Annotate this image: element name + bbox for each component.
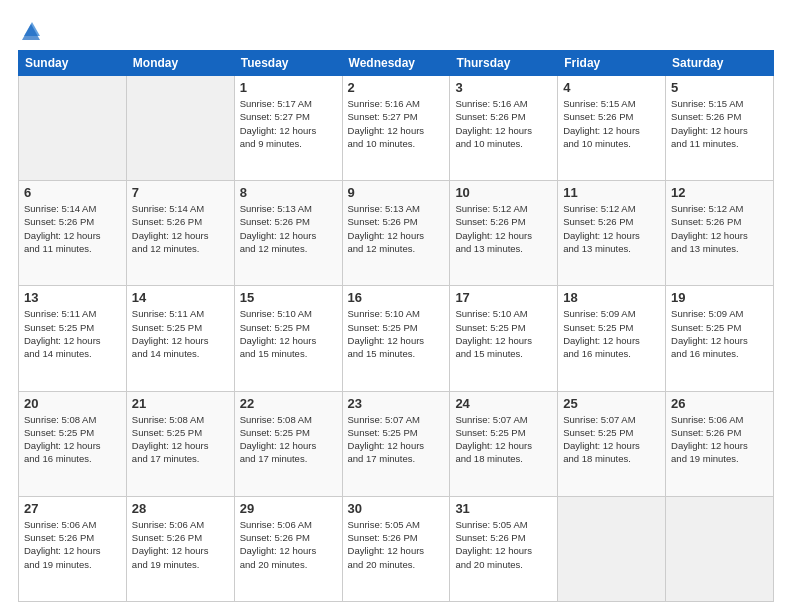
weekday-header: Tuesday — [234, 51, 342, 76]
day-number: 26 — [671, 396, 768, 411]
day-number: 25 — [563, 396, 660, 411]
calendar-cell: 20Sunrise: 5:08 AM Sunset: 5:25 PM Dayli… — [19, 391, 127, 496]
weekday-header: Friday — [558, 51, 666, 76]
day-number: 5 — [671, 80, 768, 95]
day-number: 22 — [240, 396, 337, 411]
calendar-cell: 18Sunrise: 5:09 AM Sunset: 5:25 PM Dayli… — [558, 286, 666, 391]
day-info: Sunrise: 5:15 AM Sunset: 5:26 PM Dayligh… — [563, 97, 660, 150]
day-number: 17 — [455, 290, 552, 305]
calendar-cell: 6Sunrise: 5:14 AM Sunset: 5:26 PM Daylig… — [19, 181, 127, 286]
day-info: Sunrise: 5:07 AM Sunset: 5:25 PM Dayligh… — [348, 413, 445, 466]
calendar-week-row: 13Sunrise: 5:11 AM Sunset: 5:25 PM Dayli… — [19, 286, 774, 391]
logo — [18, 18, 42, 40]
day-number: 27 — [24, 501, 121, 516]
day-number: 4 — [563, 80, 660, 95]
day-number: 31 — [455, 501, 552, 516]
day-info: Sunrise: 5:06 AM Sunset: 5:26 PM Dayligh… — [24, 518, 121, 571]
weekday-header: Thursday — [450, 51, 558, 76]
calendar-cell: 3Sunrise: 5:16 AM Sunset: 5:26 PM Daylig… — [450, 76, 558, 181]
day-number: 18 — [563, 290, 660, 305]
day-info: Sunrise: 5:07 AM Sunset: 5:25 PM Dayligh… — [563, 413, 660, 466]
day-number: 14 — [132, 290, 229, 305]
day-info: Sunrise: 5:08 AM Sunset: 5:25 PM Dayligh… — [24, 413, 121, 466]
logo-icon — [20, 18, 42, 40]
day-number: 24 — [455, 396, 552, 411]
calendar-cell: 11Sunrise: 5:12 AM Sunset: 5:26 PM Dayli… — [558, 181, 666, 286]
calendar-cell: 31Sunrise: 5:05 AM Sunset: 5:26 PM Dayli… — [450, 496, 558, 601]
calendar-cell: 8Sunrise: 5:13 AM Sunset: 5:26 PM Daylig… — [234, 181, 342, 286]
calendar-table: SundayMondayTuesdayWednesdayThursdayFrid… — [18, 50, 774, 602]
day-info: Sunrise: 5:12 AM Sunset: 5:26 PM Dayligh… — [563, 202, 660, 255]
day-info: Sunrise: 5:13 AM Sunset: 5:26 PM Dayligh… — [348, 202, 445, 255]
calendar-week-row: 20Sunrise: 5:08 AM Sunset: 5:25 PM Dayli… — [19, 391, 774, 496]
day-number: 28 — [132, 501, 229, 516]
calendar-week-row: 1Sunrise: 5:17 AM Sunset: 5:27 PM Daylig… — [19, 76, 774, 181]
calendar-cell — [126, 76, 234, 181]
calendar-cell — [19, 76, 127, 181]
day-info: Sunrise: 5:06 AM Sunset: 5:26 PM Dayligh… — [240, 518, 337, 571]
calendar-cell: 13Sunrise: 5:11 AM Sunset: 5:25 PM Dayli… — [19, 286, 127, 391]
page: SundayMondayTuesdayWednesdayThursdayFrid… — [0, 0, 792, 612]
day-number: 29 — [240, 501, 337, 516]
day-info: Sunrise: 5:08 AM Sunset: 5:25 PM Dayligh… — [240, 413, 337, 466]
day-info: Sunrise: 5:08 AM Sunset: 5:25 PM Dayligh… — [132, 413, 229, 466]
day-number: 13 — [24, 290, 121, 305]
calendar-cell: 9Sunrise: 5:13 AM Sunset: 5:26 PM Daylig… — [342, 181, 450, 286]
calendar-week-row: 27Sunrise: 5:06 AM Sunset: 5:26 PM Dayli… — [19, 496, 774, 601]
calendar-cell: 16Sunrise: 5:10 AM Sunset: 5:25 PM Dayli… — [342, 286, 450, 391]
day-info: Sunrise: 5:11 AM Sunset: 5:25 PM Dayligh… — [24, 307, 121, 360]
calendar-cell: 19Sunrise: 5:09 AM Sunset: 5:25 PM Dayli… — [666, 286, 774, 391]
day-info: Sunrise: 5:09 AM Sunset: 5:25 PM Dayligh… — [671, 307, 768, 360]
day-number: 20 — [24, 396, 121, 411]
calendar-cell: 28Sunrise: 5:06 AM Sunset: 5:26 PM Dayli… — [126, 496, 234, 601]
day-info: Sunrise: 5:14 AM Sunset: 5:26 PM Dayligh… — [24, 202, 121, 255]
day-info: Sunrise: 5:07 AM Sunset: 5:25 PM Dayligh… — [455, 413, 552, 466]
day-info: Sunrise: 5:10 AM Sunset: 5:25 PM Dayligh… — [348, 307, 445, 360]
calendar-cell: 26Sunrise: 5:06 AM Sunset: 5:26 PM Dayli… — [666, 391, 774, 496]
day-number: 11 — [563, 185, 660, 200]
day-info: Sunrise: 5:13 AM Sunset: 5:26 PM Dayligh… — [240, 202, 337, 255]
calendar-cell: 30Sunrise: 5:05 AM Sunset: 5:26 PM Dayli… — [342, 496, 450, 601]
day-number: 8 — [240, 185, 337, 200]
day-info: Sunrise: 5:10 AM Sunset: 5:25 PM Dayligh… — [240, 307, 337, 360]
calendar-cell: 24Sunrise: 5:07 AM Sunset: 5:25 PM Dayli… — [450, 391, 558, 496]
day-info: Sunrise: 5:17 AM Sunset: 5:27 PM Dayligh… — [240, 97, 337, 150]
day-number: 30 — [348, 501, 445, 516]
day-info: Sunrise: 5:09 AM Sunset: 5:25 PM Dayligh… — [563, 307, 660, 360]
day-number: 12 — [671, 185, 768, 200]
calendar-cell: 23Sunrise: 5:07 AM Sunset: 5:25 PM Dayli… — [342, 391, 450, 496]
calendar-cell: 4Sunrise: 5:15 AM Sunset: 5:26 PM Daylig… — [558, 76, 666, 181]
day-number: 9 — [348, 185, 445, 200]
weekday-header: Sunday — [19, 51, 127, 76]
day-info: Sunrise: 5:12 AM Sunset: 5:26 PM Dayligh… — [671, 202, 768, 255]
day-info: Sunrise: 5:06 AM Sunset: 5:26 PM Dayligh… — [132, 518, 229, 571]
day-number: 10 — [455, 185, 552, 200]
calendar-cell: 25Sunrise: 5:07 AM Sunset: 5:25 PM Dayli… — [558, 391, 666, 496]
calendar-cell: 17Sunrise: 5:10 AM Sunset: 5:25 PM Dayli… — [450, 286, 558, 391]
calendar-cell: 7Sunrise: 5:14 AM Sunset: 5:26 PM Daylig… — [126, 181, 234, 286]
calendar-week-row: 6Sunrise: 5:14 AM Sunset: 5:26 PM Daylig… — [19, 181, 774, 286]
calendar-cell: 27Sunrise: 5:06 AM Sunset: 5:26 PM Dayli… — [19, 496, 127, 601]
calendar-header-row: SundayMondayTuesdayWednesdayThursdayFrid… — [19, 51, 774, 76]
calendar-cell: 10Sunrise: 5:12 AM Sunset: 5:26 PM Dayli… — [450, 181, 558, 286]
calendar-cell: 5Sunrise: 5:15 AM Sunset: 5:26 PM Daylig… — [666, 76, 774, 181]
day-number: 16 — [348, 290, 445, 305]
day-number: 2 — [348, 80, 445, 95]
day-number: 19 — [671, 290, 768, 305]
day-info: Sunrise: 5:15 AM Sunset: 5:26 PM Dayligh… — [671, 97, 768, 150]
calendar-cell — [558, 496, 666, 601]
weekday-header: Wednesday — [342, 51, 450, 76]
calendar-cell: 29Sunrise: 5:06 AM Sunset: 5:26 PM Dayli… — [234, 496, 342, 601]
day-number: 15 — [240, 290, 337, 305]
day-info: Sunrise: 5:10 AM Sunset: 5:25 PM Dayligh… — [455, 307, 552, 360]
day-number: 6 — [24, 185, 121, 200]
calendar-cell: 15Sunrise: 5:10 AM Sunset: 5:25 PM Dayli… — [234, 286, 342, 391]
day-info: Sunrise: 5:11 AM Sunset: 5:25 PM Dayligh… — [132, 307, 229, 360]
calendar-cell: 22Sunrise: 5:08 AM Sunset: 5:25 PM Dayli… — [234, 391, 342, 496]
calendar-cell: 21Sunrise: 5:08 AM Sunset: 5:25 PM Dayli… — [126, 391, 234, 496]
calendar-cell — [666, 496, 774, 601]
day-info: Sunrise: 5:05 AM Sunset: 5:26 PM Dayligh… — [455, 518, 552, 571]
day-number: 23 — [348, 396, 445, 411]
weekday-header: Saturday — [666, 51, 774, 76]
day-number: 3 — [455, 80, 552, 95]
